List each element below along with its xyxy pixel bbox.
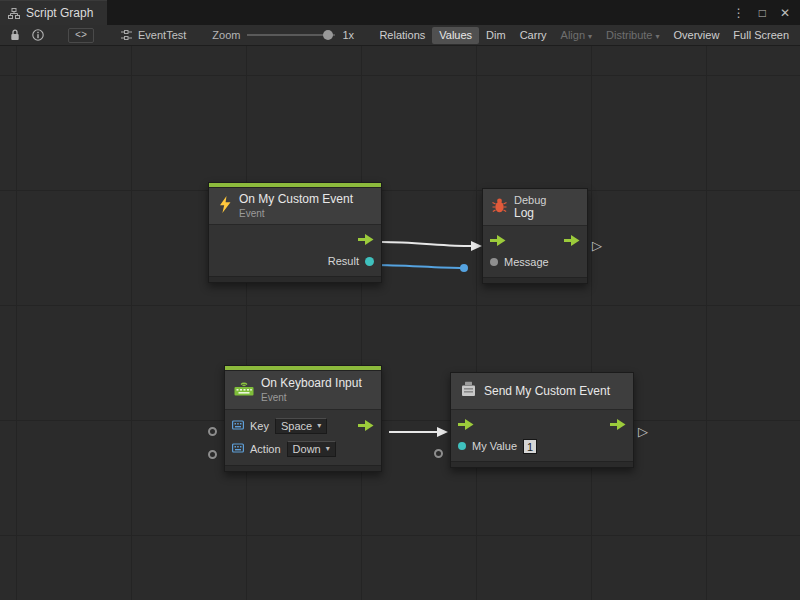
flow-input-port[interactable] xyxy=(490,235,506,246)
graph-toolbar: <> EventTest Zoom 1x Relations Values Di… xyxy=(0,25,800,46)
window-controls: ⋮ □ ✕ xyxy=(733,0,800,25)
tab-title: Script Graph xyxy=(26,6,93,20)
flow-continuation-icon: ▷ xyxy=(638,424,648,440)
relations-button[interactable]: Relations xyxy=(372,27,432,44)
dim-button[interactable]: Dim xyxy=(479,27,513,44)
value-input-port[interactable] xyxy=(490,258,498,266)
window-titlebar: Script Graph ⋮ □ ✕ xyxy=(0,0,800,25)
lightning-icon xyxy=(218,196,232,217)
key-type-icon xyxy=(232,443,244,455)
node-title: Log xyxy=(514,207,546,221)
chevron-down-icon: ▾ xyxy=(588,32,592,41)
node-title: On Keyboard Input xyxy=(261,377,362,391)
unity-visual-scripting-window: Script Graph ⋮ □ ✕ <> xyxy=(0,0,800,600)
node-footer xyxy=(209,276,381,282)
graph-canvas[interactable]: On My Custom Event Event Result xyxy=(0,46,800,600)
keyboard-icon xyxy=(234,380,254,400)
my-value-input-port[interactable] xyxy=(434,449,443,458)
chevron-down-icon: ▾ xyxy=(656,32,660,41)
distribute-button[interactable]: Distribute ▾ xyxy=(599,27,666,44)
wires-layer xyxy=(0,46,800,600)
my-value-input[interactable]: 1 xyxy=(523,439,537,454)
zoom-slider[interactable] xyxy=(247,29,335,41)
carry-button[interactable]: Carry xyxy=(513,27,554,44)
port-label: My Value xyxy=(472,440,517,452)
node-subtitle: Event xyxy=(261,392,362,404)
key-dropdown[interactable]: Space ▾ xyxy=(275,418,327,434)
flow-output-port[interactable] xyxy=(564,235,580,246)
send-event-icon xyxy=(460,381,477,401)
wire-value-result-to-message[interactable] xyxy=(373,265,464,268)
zoom-control: Zoom 1x xyxy=(212,29,354,41)
node-body: Message xyxy=(483,226,587,277)
graph-icon xyxy=(8,8,20,19)
node-subtitle: Event xyxy=(239,208,353,220)
value-input-port[interactable] xyxy=(458,442,466,450)
action-input-port[interactable] xyxy=(208,450,217,459)
graph-breadcrumb-icon xyxy=(120,30,133,41)
node-header[interactable]: Send My Custom Event xyxy=(451,373,633,410)
node-group: Debug xyxy=(514,194,546,207)
node-header[interactable]: On Keyboard Input Event xyxy=(225,371,381,410)
bug-icon xyxy=(492,197,507,217)
overview-button[interactable]: Overview xyxy=(667,27,727,44)
value-output-port[interactable] xyxy=(365,257,374,266)
chevron-down-icon: ▾ xyxy=(317,421,321,430)
node-title: On My Custom Event xyxy=(239,193,353,207)
lock-icon[interactable] xyxy=(4,25,26,45)
info-icon[interactable] xyxy=(26,25,50,45)
tab-script-graph[interactable]: Script Graph xyxy=(0,0,107,25)
node-debug-log[interactable]: Debug Log xyxy=(482,188,588,284)
node-title: Send My Custom Event xyxy=(484,384,610,398)
flow-input-port[interactable] xyxy=(458,419,474,430)
node-footer xyxy=(225,465,381,471)
graph-name: EventTest xyxy=(138,29,186,41)
node-footer xyxy=(451,461,633,467)
breadcrumb[interactable]: EventTest xyxy=(120,29,186,41)
close-icon[interactable]: ✕ xyxy=(780,7,790,19)
node-footer xyxy=(483,277,587,283)
values-button[interactable]: Values xyxy=(432,27,479,44)
zoom-value: 1x xyxy=(342,29,354,41)
node-send-my-custom-event[interactable]: Send My Custom Event xyxy=(450,372,634,468)
port-label: Message xyxy=(504,256,549,268)
flow-continuation-icon: ▷ xyxy=(592,238,602,254)
node-body: Key Space ▾ xyxy=(225,410,381,465)
code-view-icon[interactable]: <> xyxy=(68,28,94,43)
flow-output-port[interactable] xyxy=(610,419,626,430)
wire-flow-customevent-to-log[interactable] xyxy=(382,242,471,246)
maximize-icon[interactable]: □ xyxy=(759,7,766,19)
align-button[interactable]: Align ▾ xyxy=(554,27,599,44)
port-label: Result xyxy=(328,255,359,267)
node-on-keyboard-input[interactable]: On Keyboard Input Event K xyxy=(224,365,382,472)
wire-arrowhead-icon xyxy=(471,241,482,251)
zoom-label: Zoom xyxy=(212,29,240,41)
port-label: Key xyxy=(250,420,269,432)
zoom-slider-track[interactable] xyxy=(247,34,335,36)
action-dropdown[interactable]: Down ▾ xyxy=(287,441,336,457)
node-on-my-custom-event[interactable]: On My Custom Event Event Result xyxy=(208,182,382,283)
fullscreen-button[interactable]: Full Screen xyxy=(726,27,796,44)
port-label: Action xyxy=(250,443,281,455)
key-input-port[interactable] xyxy=(208,427,217,436)
zoom-slider-handle[interactable] xyxy=(323,30,333,40)
flow-output-port[interactable] xyxy=(358,420,374,431)
menu-icon[interactable]: ⋮ xyxy=(733,7,745,19)
flow-output-port[interactable] xyxy=(358,234,374,245)
node-header[interactable]: Debug Log xyxy=(483,189,587,226)
toolbar-buttons: Relations Values Dim Carry Align ▾ Distr… xyxy=(372,25,796,45)
node-body: Result xyxy=(209,225,381,276)
node-header[interactable]: On My Custom Event Event xyxy=(209,188,381,225)
chevron-down-icon: ▾ xyxy=(326,444,330,453)
wire-arrowhead-icon xyxy=(437,427,448,437)
key-type-icon xyxy=(232,420,244,432)
wire-endpoint-icon xyxy=(460,264,468,272)
node-body: My Value 1 xyxy=(451,410,633,461)
